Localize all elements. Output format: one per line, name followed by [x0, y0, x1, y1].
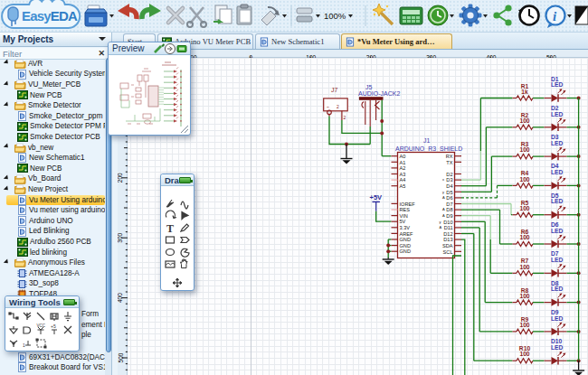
svg-text:IOREF: IOREF [400, 202, 416, 207]
svg-text:EasyEDA: EasyEDA [22, 8, 78, 23]
svg-text:D3: D3 [446, 177, 452, 183]
svg-text:LED: LED [551, 286, 564, 292]
svg-text:+5V: +5V [370, 193, 383, 202]
svg-text:GND: GND [400, 237, 411, 242]
svg-text:A: A [442, 207, 445, 211]
svg-text:A1: A1 [400, 160, 406, 165]
svg-text:LED: LED [551, 111, 564, 117]
svg-text:y: y [442, 190, 444, 194]
svg-text:1k: 1k [521, 89, 528, 95]
svg-text:J7: J7 [331, 87, 338, 93]
svg-text:+5: +5 [51, 323, 56, 329]
svg-text:100: 100 [519, 234, 529, 240]
svg-text:VIN: VIN [400, 213, 408, 219]
svg-text:GND: GND [400, 243, 411, 248]
svg-text:100: 100 [519, 264, 529, 270]
svg-text:GND: GND [400, 248, 411, 254]
svg-text:D6: D6 [446, 195, 452, 201]
svg-text:3.3V: 3.3V [400, 225, 411, 230]
svg-text:100%: 100% [324, 11, 346, 21]
svg-text:T: T [166, 222, 174, 235]
svg-text:x: x [442, 177, 444, 182]
svg-text:J1: J1 [423, 137, 431, 144]
svg-text:RES: RES [400, 207, 411, 212]
svg-text:J5: J5 [365, 84, 373, 90]
svg-text:LED: LED [551, 257, 564, 263]
svg-text:~: ~ [327, 104, 329, 109]
svg-text:D7: D7 [446, 202, 452, 207]
svg-text:100: 100 [519, 205, 529, 211]
svg-text:100: 100 [519, 176, 529, 183]
svg-text:ARDUINO_R3_SHIELD: ARDUINO_R3_SHIELD [395, 145, 462, 153]
svg-text:A4: A4 [400, 177, 406, 183]
svg-text:500: 500 [118, 352, 124, 362]
svg-text:200: 200 [118, 173, 124, 183]
svg-text:SCL: SCL [443, 249, 453, 255]
svg-text:y: y [440, 220, 441, 224]
svg-text:D5: D5 [446, 190, 452, 195]
svg-text:A5: A5 [400, 183, 406, 189]
svg-text:100: 100 [519, 117, 529, 124]
svg-text:1: 1 [23, 342, 25, 348]
svg-text:100: 100 [519, 293, 529, 299]
svg-text:100: 100 [519, 351, 529, 357]
svg-text:A: A [442, 195, 445, 200]
svg-text:300: 300 [118, 232, 124, 242]
svg-text:2: 2 [344, 115, 346, 120]
svg-text:D12: D12 [443, 231, 452, 237]
svg-text:D10: D10 [443, 220, 452, 225]
svg-text:LED: LED [551, 81, 564, 88]
svg-text:AUDIO-JACK2: AUDIO-JACK2 [358, 90, 400, 97]
svg-text:LED: LED [551, 315, 564, 322]
svg-text:D9: D9 [446, 213, 452, 219]
svg-text:400: 400 [118, 293, 124, 303]
svg-text:LED: LED [551, 140, 564, 146]
svg-text:A2: A2 [400, 165, 406, 171]
svg-text:LED: LED [551, 169, 564, 175]
svg-text:D13: D13 [443, 237, 452, 242]
svg-text:AREF: AREF [400, 231, 414, 237]
svg-text:A0: A0 [400, 154, 406, 159]
svg-text:100: 100 [519, 146, 529, 153]
svg-text:VCC: VCC [37, 323, 46, 328]
svg-text:D2: D2 [446, 172, 452, 177]
svg-text:D11: D11 [444, 225, 453, 230]
svg-text:D4: D4 [446, 183, 452, 189]
svg-text:SDA: SDA [442, 243, 453, 248]
svg-text:D8: D8 [446, 207, 452, 212]
svg-text:RX: RX [446, 154, 453, 159]
svg-text:TX: TX [446, 160, 452, 165]
svg-text:A: A [442, 213, 445, 218]
svg-text:A: A [440, 225, 442, 230]
svg-text:LED: LED [551, 198, 564, 204]
svg-text:5V: 5V [400, 219, 406, 224]
svg-text:100: 100 [519, 322, 529, 328]
svg-text:2: 2 [337, 104, 339, 109]
svg-text:LED: LED [551, 344, 564, 351]
svg-text:A3: A3 [400, 172, 406, 177]
svg-text:LED: LED [551, 228, 564, 234]
